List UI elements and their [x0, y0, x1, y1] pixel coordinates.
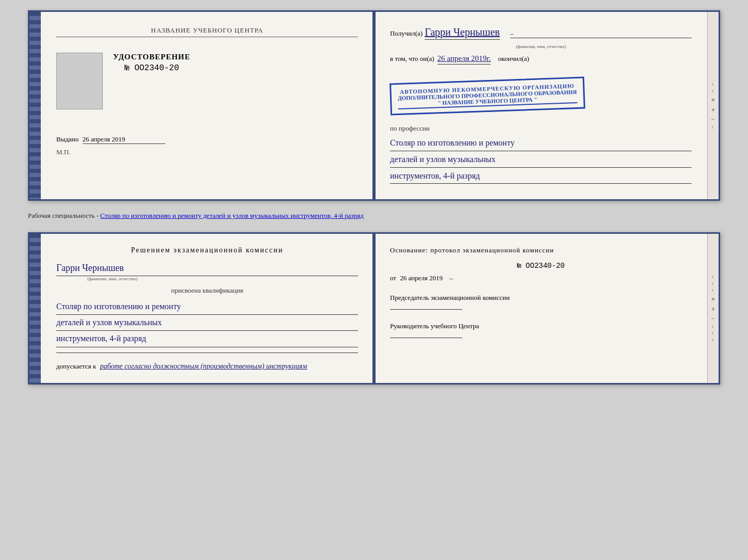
person-name-area: Гарри Чернышев (фамилия, имя, отчество) [56, 263, 358, 281]
date-from-prefix: от [390, 274, 396, 282]
date-from-section: от 26 апреля 2019 – [390, 274, 692, 282]
cert-number: № OO2340-20 [113, 63, 191, 73]
cert-details: УДОСТОВЕРЕНИЕ № OO2340-20 [113, 53, 191, 83]
bottom-side-dash2: – [710, 282, 716, 285]
date-dash: – [449, 274, 453, 282]
side-label-dash1: – [710, 83, 716, 86]
director-section: Руководитель учебного Центра [390, 321, 692, 341]
decision-title: Решением экзаменационной комиссии [56, 246, 358, 254]
profession-line1: Столяр по изготовлению и ремонту [390, 136, 692, 151]
director-signature-line [390, 338, 462, 338]
side-label-и: и [712, 97, 714, 102]
side-label-а: а [712, 106, 714, 112]
qual-line2: деталей и узлов музыкальных [56, 315, 358, 331]
chairman-section: Председатель экзаменационной комиссии [390, 293, 692, 313]
side-label-dash3: – [710, 126, 716, 129]
received-prefix: Получил(а) [390, 29, 423, 38]
bottom-right-side-strip: – – – и а ← – – – [707, 234, 719, 383]
issued-date: 26 апреля 2019 [83, 135, 165, 144]
bottom-certificate: Решением экзаменационной комиссии Гарри … [28, 232, 720, 385]
допуск-prefix: допускается к [56, 362, 96, 370]
person-name-bottom: Гарри Чернышев [56, 263, 358, 276]
profession-label: по профессии [390, 124, 692, 133]
date-line: в том, что он(а) 26 апреля 2019г. окончи… [390, 54, 692, 65]
section-caption: Рабочая специальность - Столяр по изгото… [28, 209, 720, 223]
profession-line3: инструментов, 4-й разряд [390, 169, 692, 184]
qual-line3: инструментов, 4-й разряд [56, 331, 358, 347]
date-value-top: 26 апреля 2019г. [438, 54, 491, 65]
допуск-text: работе согласно должностным (производств… [100, 362, 307, 370]
qual-line1: Столяр по изготовлению и ремонту [56, 299, 358, 315]
cert-left-panel: НАЗВАНИЕ УЧЕБНОГО ЦЕНТРА УДОСТОВЕРЕНИЕ №… [41, 12, 375, 199]
top-certificate: НАЗВАНИЕ УЧЕБНОГО ЦЕНТРА УДОСТОВЕРЕНИЕ №… [28, 10, 720, 201]
right-side-strip: – – и а ← – [707, 12, 719, 199]
caption-prefix: Рабочая специальность - [28, 212, 100, 219]
left-spine-decoration [29, 12, 41, 199]
date-prefix: в том, что он(а) [390, 55, 434, 63]
bottom-left-panel: Решением экзаменационной комиссии Гарри … [41, 234, 375, 383]
side-label-dash2: – [710, 90, 716, 92]
basis-title: Основание: протокол экзаменационной коми… [390, 246, 692, 254]
chairman-signature-line [390, 309, 462, 310]
assigned-label: присвоена квалификация [56, 286, 358, 295]
bottom-side-а: а [712, 306, 714, 311]
bottom-side-и: и [712, 296, 714, 301]
bottom-side-dash3: – [710, 289, 716, 292]
cert-type-label: УДОСТОВЕРЕНИЕ [113, 53, 191, 61]
photo-placeholder [56, 53, 103, 109]
cert-right-panel: Получил(а) Гарри Чернышев – (фамилия, им… [375, 12, 707, 199]
director-title: Руководитель учебного Центра [390, 321, 692, 331]
person-name-top: Гарри Чернышев [425, 26, 500, 40]
cert-title-area: НАЗВАНИЕ УЧЕБНОГО ЦЕНТРА [56, 26, 358, 37]
profession-text: Столяр по изготовлению и ремонту деталей… [390, 136, 692, 184]
chairman-title: Председатель экзаменационной комиссии [390, 293, 692, 303]
received-line: Получил(а) Гарри Чернышев – [390, 26, 692, 40]
cert-issued-section: Выдано 26 апреля 2019 [56, 130, 358, 144]
qualification-text: Столяр по изготовлению и ремонту деталей… [56, 299, 358, 347]
bottom-side-dash5: – [710, 332, 716, 334]
bottom-side-dash1: – [710, 276, 716, 278]
side-label-arrow: ← [711, 116, 716, 122]
bottom-side-dash6: – [710, 339, 716, 341]
issued-label: Выдано [56, 135, 79, 143]
profession-line2: деталей и узлов музыкальных [390, 152, 692, 168]
bottom-side-arrow: ← [711, 315, 716, 321]
допуск-section: допускается к работе согласно должностны… [56, 362, 358, 371]
name-sublabel-bottom: (фамилия, имя, отчество) [87, 276, 358, 281]
finished-label: окончил(а) [498, 55, 529, 63]
bottom-side-dash4: – [710, 325, 716, 328]
name-sublabel-top: (фамилия, имя, отчество) [390, 44, 692, 49]
protocol-number: № OO2340-20 [390, 262, 692, 270]
bottom-right-panel: Основание: протокол экзаменационной коми… [375, 234, 707, 383]
org-name-label: НАЗВАНИЕ УЧЕБНОГО ЦЕНТРА [56, 26, 358, 37]
mp-label: М.П. [56, 148, 358, 156]
date-from-value: 26 апреля 2019 [400, 274, 443, 282]
caption-specialty: Столяр по изготовлению и ремонту деталей… [100, 212, 364, 219]
bottom-left-spine [29, 234, 41, 383]
stamp-box: АВТОНОМНУЮ НЕКОММЕРЧЕСКУЮ ОРГАНИЗАЦИЮ ДО… [389, 76, 585, 115]
